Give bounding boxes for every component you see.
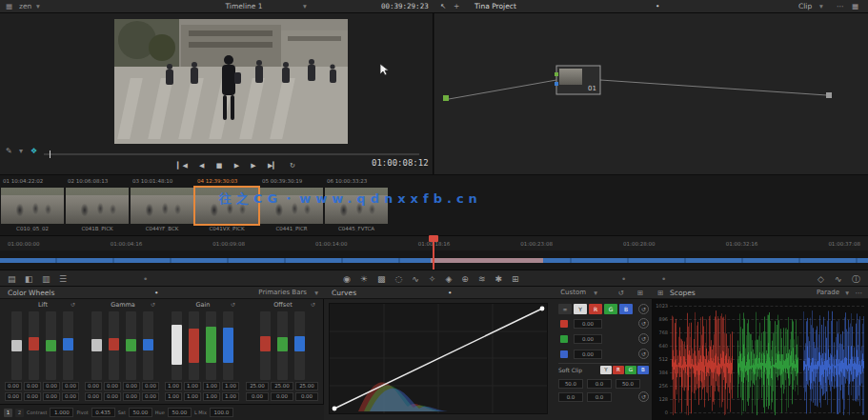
offset-r-value-2[interactable]: 0.00 xyxy=(246,392,269,401)
play-button[interactable]: ▶ xyxy=(234,162,239,170)
jump-end-button[interactable]: ▶▎ xyxy=(268,162,278,170)
lut-browser-icon[interactable]: ◧ xyxy=(25,270,33,288)
clip-thumbnail-1[interactable] xyxy=(1,188,64,224)
soft-clip-low-value[interactable]: 50.0 xyxy=(558,379,583,389)
lift-r-value-2[interactable]: 0.00 xyxy=(24,392,41,401)
wheels-mode-caret-icon[interactable]: ▾ xyxy=(314,287,318,299)
offset-reset-icon[interactable]: ↺ xyxy=(311,301,315,308)
step-back-button[interactable]: ◀ xyxy=(199,162,204,170)
lift-y-value[interactable]: 0.00 xyxy=(5,382,22,390)
gamma-y-bar[interactable] xyxy=(91,311,102,380)
scopes-mode-caret-icon[interactable]: ▾ xyxy=(845,287,849,299)
gamma-r-value-2[interactable]: 0.00 xyxy=(104,392,121,401)
gamma-b-value[interactable]: 0.00 xyxy=(142,382,159,390)
grid-icon[interactable]: ▦ xyxy=(6,0,12,13)
gain-y-bar[interactable] xyxy=(172,311,182,380)
lum-mix-value[interactable]: 100.0 xyxy=(210,408,233,417)
qualifier-tool-icon[interactable]: ✧ xyxy=(429,274,436,284)
timeline-caret-icon[interactable]: ▾ xyxy=(303,0,307,13)
media-pool-icon[interactable]: ▥ xyxy=(42,270,50,288)
blue-curve-value[interactable]: 0.00 xyxy=(574,350,602,359)
lift-b-bar[interactable] xyxy=(63,311,73,380)
gallery-icon[interactable]: ▤ xyxy=(8,270,16,288)
curve-y-channel-button[interactable]: Y xyxy=(574,304,587,314)
red-curve-value[interactable]: 0.00 xyxy=(574,319,602,329)
info-icon[interactable]: ⓘ xyxy=(852,270,860,288)
curve-b-channel-button[interactable]: B xyxy=(619,304,633,314)
blur-tool-icon[interactable]: ≋ xyxy=(478,274,486,284)
offset-g-value-2[interactable]: 0.00 xyxy=(271,392,293,401)
wheels-page-2-button[interactable]: 2 xyxy=(15,409,24,417)
gamma-g-bar[interactable] xyxy=(126,311,136,380)
gain-b-value-2[interactable]: 1.00 xyxy=(222,392,239,401)
node-graph-panel[interactable]: 01 xyxy=(434,13,868,174)
gain-g-value[interactable]: 1.00 xyxy=(203,382,220,390)
step-forward-button[interactable]: ▶ xyxy=(251,162,255,170)
pivot-value[interactable]: 0.435 xyxy=(91,408,115,417)
curves-channels-reset-button[interactable]: ↺ xyxy=(638,304,649,314)
lift-g-bar[interactable] xyxy=(46,311,56,380)
scopes-expand-icon[interactable]: ⊞ xyxy=(657,287,663,299)
timeline-selector[interactable]: Timeline 1 xyxy=(187,0,301,13)
scopes-mode-selector[interactable]: Parade xyxy=(817,287,839,299)
gain-b-value[interactable]: 1.00 xyxy=(222,382,239,390)
lift-reset-icon[interactable]: ↺ xyxy=(71,301,75,308)
gain-r-value[interactable]: 1.00 xyxy=(184,382,201,390)
stop-button[interactable]: ■ xyxy=(216,162,223,170)
red-row-reset-button[interactable]: ↺ xyxy=(638,318,649,329)
gamma-r-bar[interactable] xyxy=(109,311,119,380)
offset-g-bar[interactable] xyxy=(277,311,288,380)
node-output-socket[interactable] xyxy=(826,92,832,98)
curve-g-channel-button[interactable]: G xyxy=(604,304,617,314)
gain-r-bar[interactable] xyxy=(189,311,199,380)
wheels-page-1-button[interactable]: 1 xyxy=(4,409,12,417)
more-options-icon[interactable]: ⋯ xyxy=(837,0,844,13)
offset-b-value-2[interactable]: 0.00 xyxy=(295,392,318,401)
move-tool-icon[interactable]: + xyxy=(454,0,459,13)
gain-b-bar[interactable] xyxy=(223,311,233,380)
curve-point-high[interactable] xyxy=(540,307,545,311)
sat-value[interactable]: 50.00 xyxy=(129,408,152,417)
gamma-b-value-2[interactable]: 0.00 xyxy=(142,392,159,401)
soft-clip-high-value[interactable]: 50.0 xyxy=(616,379,640,389)
lift-r-bar[interactable] xyxy=(29,311,39,380)
resolve-fx-icon[interactable]: ❖ xyxy=(30,145,37,158)
power-window-tool-icon[interactable]: ◈ xyxy=(445,274,452,284)
contrast-value[interactable]: 1.000 xyxy=(50,408,73,417)
viewer-scrubber[interactable] xyxy=(44,153,419,155)
curves-link-button[interactable]: ∞ xyxy=(558,304,572,314)
curves-layout-icon[interactable]: ⊞ xyxy=(637,287,643,299)
curve-r-channel-button[interactable]: R xyxy=(589,304,602,314)
scrubber-position-tick[interactable] xyxy=(50,150,50,158)
keyframes-icon[interactable]: ◇ xyxy=(818,270,824,288)
gamma-y-value-2[interactable]: 0.00 xyxy=(85,392,102,401)
soft-clip-g-button[interactable]: G xyxy=(625,366,636,374)
jump-start-button[interactable]: ▎◀ xyxy=(177,162,188,170)
workspace-caret-icon[interactable]: ▾ xyxy=(36,0,40,13)
green-curve-value[interactable]: 0.00 xyxy=(574,334,602,344)
layout-icon[interactable]: ▦ xyxy=(852,0,858,13)
scopes-options-icon[interactable]: ⋯ xyxy=(856,287,863,299)
workspace-menu[interactable]: zen xyxy=(19,0,31,13)
offset-r-bar[interactable] xyxy=(260,311,271,380)
offset-b-bar[interactable] xyxy=(294,311,305,380)
soft-clip-b-button[interactable]: B xyxy=(637,366,649,374)
timeline-selected-region[interactable] xyxy=(431,258,543,263)
source-input-socket[interactable] xyxy=(443,95,449,101)
sizing-tool-icon[interactable]: ⊞ xyxy=(512,274,519,284)
soft-clip-r-button[interactable]: R xyxy=(613,366,624,374)
viewer-video[interactable] xyxy=(114,19,348,144)
gain-y-value[interactable]: 1.00 xyxy=(165,382,182,390)
gain-y-value-2[interactable]: 1.00 xyxy=(165,392,182,401)
hdr-grade-tool-icon[interactable]: ☀ xyxy=(360,274,368,284)
soft-clip-high-soft-value[interactable]: 0.0 xyxy=(558,392,583,402)
gain-g-value-2[interactable]: 1.00 xyxy=(203,392,220,401)
lift-g-value-2[interactable]: 0.00 xyxy=(43,392,60,401)
annotate-pencil-icon[interactable]: ✎ xyxy=(6,145,12,158)
annotate-caret-icon[interactable]: ▾ xyxy=(19,145,23,158)
edit-index-icon[interactable]: ☰ xyxy=(59,270,67,288)
rgb-mixer-tool-icon[interactable]: ▩ xyxy=(377,274,386,284)
gain-reset-icon[interactable]: ↺ xyxy=(231,301,235,308)
key-tool-icon[interactable]: ✱ xyxy=(495,274,502,284)
scopes-toggle-icon[interactable]: ∿ xyxy=(835,270,842,288)
